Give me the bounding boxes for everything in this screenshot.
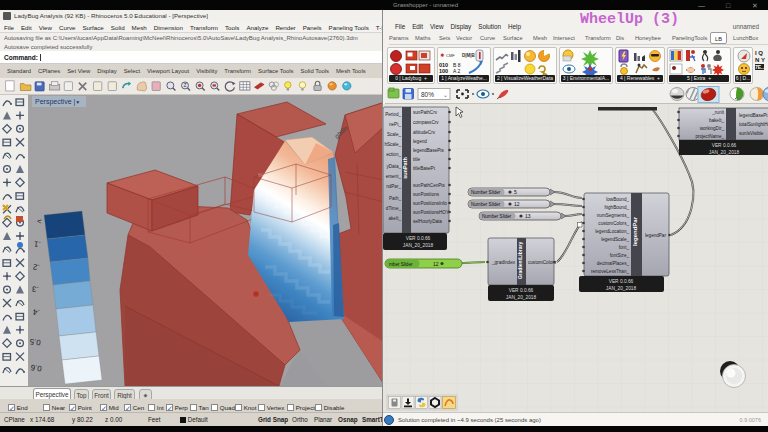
svg-text:JAN_20_2018: JAN_20_2018 (709, 150, 740, 155)
svg-text:lowBound_: lowBound_ (606, 197, 629, 202)
svg-text:13: 13 (525, 213, 531, 219)
svg-text:legendPar: legendPar (645, 233, 666, 238)
svg-text:Z: Z (183, 82, 186, 88)
svg-text:hScale_: hScale_ (384, 142, 401, 147)
svg-text:fontSize_: fontSize_ (610, 253, 630, 258)
svg-text:decimalPlaces_: decimalPlaces_ (597, 261, 630, 266)
svg-text:Path_: Path_ (389, 196, 401, 201)
svg-text:100: 100 (439, 68, 448, 74)
svg-text:D|M|B: D|M|B (462, 53, 476, 58)
svg-text:sunPath: sunPath (402, 157, 408, 179)
svg-text:customColors_: customColors_ (598, 221, 629, 226)
svg-text:VER 0.0.66: VER 0.0.66 (509, 288, 534, 293)
svg-text:projectName_: projectName_ (695, 134, 724, 139)
svg-text:totalSunlightHo: totalSunlightHo (739, 122, 768, 127)
svg-text:titleBasePt: titleBasePt (413, 166, 436, 171)
svg-text:sunPathCenPts: sunPathCenPts (413, 183, 446, 188)
svg-text:12: 12 (433, 261, 439, 267)
svg-text:title: title (413, 157, 421, 162)
svg-text:Number Slider: Number Slider (471, 190, 501, 195)
svg-text:VER 0.0.66: VER 0.0.66 (609, 279, 634, 284)
svg-text:compassCrv: compassCrv (413, 120, 439, 125)
svg-text:⌄: ⌄ (443, 92, 448, 98)
svg-text:removeLessThan_: removeLessThan_ (591, 269, 629, 274)
svg-text:mber Slider: mber Slider (389, 262, 413, 267)
svg-text:Number Slider: Number Slider (471, 202, 501, 207)
svg-text:yData_: yData_ (386, 164, 401, 169)
svg-text:customColors: customColors (528, 260, 557, 265)
svg-text:bakeIt_: bakeIt_ (709, 118, 725, 123)
svg-text:legendBasePts: legendBasePts (413, 148, 445, 153)
svg-text:legendLocation_: legendLocation_ (595, 229, 629, 234)
svg-text:legend: legend (413, 139, 427, 144)
svg-text:Scale_: Scale_ (387, 132, 401, 137)
svg-text:font_: font_ (619, 245, 630, 250)
svg-text:sunPositionsInfo: sunPositionsInfo (413, 201, 447, 206)
svg-text:JAN_20_2018: JAN_20_2018 (506, 295, 537, 300)
svg-text:numSegments_: numSegments_ (597, 213, 630, 218)
svg-text:altitudeCrv: altitudeCrv (413, 130, 436, 135)
svg-text:CMF: CMF (446, 53, 455, 58)
svg-text:80%: 80% (421, 91, 434, 98)
svg-text:A 2: A 2 (453, 68, 460, 74)
svg-text:0.5: 0.5 (29, 337, 42, 347)
svg-text:0.6: 0.6 (30, 363, 43, 373)
svg-text:legendPar: legendPar (632, 216, 638, 246)
svg-text:ement_: ement_ (386, 174, 402, 179)
svg-text:Perspective |▼: Perspective |▼ (35, 98, 80, 106)
svg-text:selHourlyData: selHourlyData (413, 219, 442, 224)
svg-text:GradientLibrary: GradientLibrary (517, 242, 523, 280)
svg-text:Period_: Period_ (385, 112, 401, 117)
svg-text:legendBasePt: legendBasePt (739, 113, 768, 118)
svg-text:JAN_20_2018: JAN_20_2018 (606, 286, 637, 291)
svg-text:VER 0.0.66: VER 0.0.66 (406, 236, 431, 241)
svg-text:5: 5 (514, 189, 517, 195)
svg-text:highBound_: highBound_ (604, 205, 629, 210)
svg-text:dTime_: dTime_ (386, 206, 402, 211)
svg-text:VER 0.0.66: VER 0.0.66 (712, 143, 737, 148)
svg-text:akeIt_: akeIt_ (388, 216, 401, 221)
svg-text:_runIt: _runIt (711, 110, 724, 115)
svg-text:Number Slider: Number Slider (482, 214, 512, 219)
svg-text:sunPositionsHOY: sunPositionsHOY (413, 210, 449, 215)
svg-text:legendScale_: legendScale_ (601, 237, 629, 242)
svg-text:12: 12 (514, 201, 520, 207)
svg-text:✱: ✱ (440, 52, 445, 58)
svg-text:workingDir_: workingDir_ (700, 126, 725, 131)
svg-text:JAN_20_2018: JAN_20_2018 (403, 243, 434, 248)
svg-text:sunIsVisible: sunIsVisible (739, 131, 764, 136)
svg-text:ndPar_: ndPar_ (386, 184, 401, 189)
svg-text:sunPositions: sunPositions (413, 192, 440, 197)
svg-text:_gradIndex: _gradIndex (491, 260, 516, 265)
svg-text:nePt_: nePt_ (389, 122, 401, 127)
svg-text:ection_: ection_ (386, 152, 401, 157)
svg-text:sunPathCrv: sunPathCrv (413, 110, 438, 115)
